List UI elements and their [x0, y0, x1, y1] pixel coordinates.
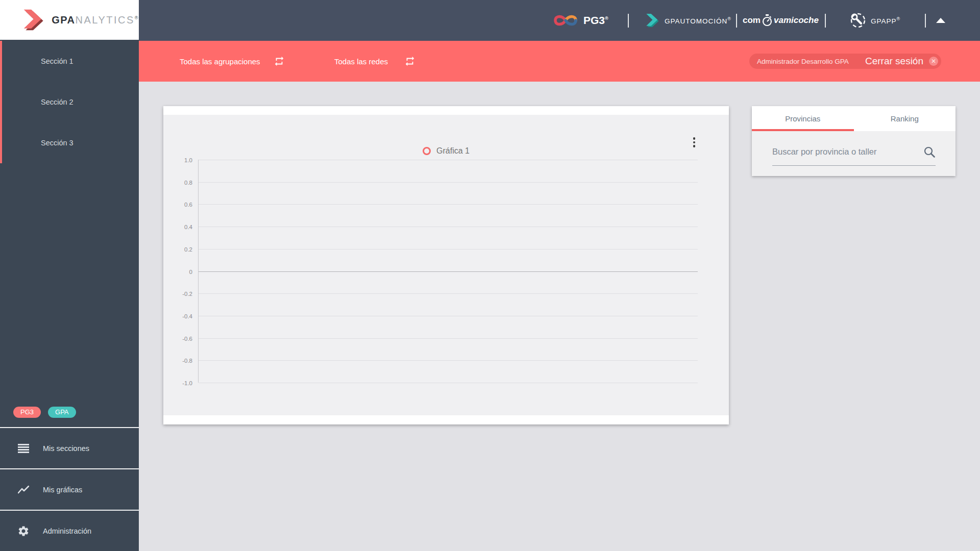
stopwatch-icon [762, 14, 773, 27]
gridline: 0.6 [199, 204, 698, 205]
gpapp-wrench-icon [849, 12, 867, 29]
swap-groupings-icon[interactable] [274, 56, 285, 67]
menu-item-label: Mis gráficas [43, 486, 82, 494]
gridline: -0.4 [199, 316, 698, 316]
sidebar-item-mis-graficas[interactable]: Mis gráficas [0, 468, 139, 510]
sidebar-item-seccion-1[interactable]: Sección 1 [0, 41, 139, 82]
sidebar-item-label: Sección 2 [41, 98, 74, 106]
sidebar-menu: Mis secciones Mis gráficas Administració… [0, 427, 139, 551]
tab-ranking[interactable]: Ranking [854, 106, 956, 131]
pg3-infinity-icon [552, 12, 579, 29]
comovamicoche-prefix: com [743, 15, 761, 26]
pg3-label: PG3® [583, 14, 608, 27]
close-session-icon[interactable]: ✕ [929, 57, 938, 66]
y-axis-tick-label: -0.2 [182, 291, 192, 297]
provinces-panel: Provincias Ranking [752, 106, 955, 176]
user-name-label: Administrador Desarrollo GPA [757, 58, 849, 65]
gridline: 0.4 [199, 227, 698, 227]
y-axis-tick-label: 0.4 [184, 224, 192, 230]
top-header-bar: PG3® GPAUTOMOCIÓN® com vamicoche GPAPP® [139, 0, 980, 41]
chart-legend[interactable]: Gráfica 1 [163, 144, 729, 158]
gear-icon [17, 525, 30, 537]
gridline: 0.2 [199, 249, 698, 249]
logout-button[interactable]: Cerrar sesión [865, 56, 923, 67]
gridline: 1.0 [199, 160, 698, 160]
sidebar-item-label: Sección 3 [41, 139, 74, 147]
gridline: 0.8 [199, 182, 698, 183]
comovamicoche-logo: com vamicoche [743, 0, 819, 41]
search-icon[interactable] [923, 146, 936, 158]
sidebar-item-seccion-2[interactable]: Sección 2 [0, 82, 139, 122]
sidebar-item-administracion[interactable]: Administración [0, 510, 139, 551]
topbar-divider [736, 14, 737, 28]
gpapp-logo: GPAPP® [849, 0, 900, 41]
badge-row: PG3 GPA [13, 407, 76, 418]
gridline: -0.2 [199, 293, 698, 294]
y-axis-tick-label: 0 [189, 269, 192, 275]
section-list: Sección 1 Sección 2 Sección 3 [0, 41, 139, 163]
gpautomocion-label: GPAUTOMOCIÓN® [665, 16, 731, 25]
gpapp-label: GPAPP® [871, 16, 900, 25]
topbar-divider [825, 14, 826, 28]
menu-item-label: Mis secciones [43, 444, 89, 453]
topbar-divider [925, 14, 926, 28]
gridline: -0.6 [199, 338, 698, 339]
filter-bar: Todas las agrupaciones Todas las redes A… [139, 41, 980, 82]
sidebar-item-label: Sección 1 [41, 57, 74, 65]
pg3-logo: PG3® [552, 0, 608, 41]
gpautomocion-logo: GPAUTOMOCIÓN® [645, 0, 731, 41]
gpa-badge[interactable]: GPA [48, 407, 76, 418]
collapse-header-button[interactable] [936, 0, 945, 41]
gpautomocion-arrow-icon [645, 14, 660, 27]
chevron-up-icon [936, 18, 945, 23]
app-logo: GPANALYTICS® [0, 0, 139, 40]
section-scroll-indicator [0, 41, 2, 163]
tab-provincias[interactable]: Provincias [752, 106, 854, 131]
panel-tabbar: Provincias Ranking [752, 106, 955, 131]
sidebar-item-mis-secciones[interactable]: Mis secciones [0, 427, 139, 468]
list-icon [17, 442, 30, 455]
comovamicoche-suffix: vamicoche [774, 15, 819, 26]
y-axis-tick-label: 0.6 [184, 202, 192, 208]
sidebar-item-seccion-3[interactable]: Sección 3 [0, 122, 139, 163]
gridline: -1.0 [199, 383, 698, 383]
y-axis-tick-label: 1.0 [184, 157, 192, 163]
pg3-badge[interactable]: PG3 [13, 407, 41, 418]
gpanalytics-logo-text: GPANALYTICS® [52, 14, 139, 26]
search-input[interactable] [772, 143, 923, 157]
chart-card: Gráfica 1 1.00.80.60.40.20-0.2-0.4-0.6-0… [163, 106, 729, 424]
swap-networks-icon[interactable] [404, 56, 415, 67]
chart-menu-button[interactable] [688, 136, 700, 149]
y-axis-tick-label: 0.2 [184, 246, 192, 253]
line-chart-icon [17, 484, 30, 496]
y-axis-tick-label: 0.8 [184, 180, 192, 186]
legend-label: Gráfica 1 [436, 146, 470, 156]
search-field-wrap [772, 143, 936, 166]
topbar-divider [628, 14, 629, 28]
networks-filter[interactable]: Todas las redes [334, 41, 388, 82]
groupings-filter[interactable]: Todas las agrupaciones [180, 41, 260, 82]
y-axis-tick-label: -1.0 [182, 380, 192, 386]
gridline: 0 [199, 271, 698, 272]
menu-item-label: Administración [43, 527, 91, 535]
legend-marker-icon [423, 147, 431, 155]
y-axis-tick-label: -0.8 [182, 358, 192, 364]
y-axis-tick-label: -0.6 [182, 336, 192, 342]
sidebar: Sección 1 Sección 2 Sección 3 PG3 GPA Mi… [0, 0, 139, 551]
gridline: -0.8 [199, 360, 698, 361]
chart-plot-area: 1.00.80.60.40.20-0.2-0.4-0.6-0.8-1.0 [198, 160, 697, 383]
user-session-chip: Administrador Desarrollo GPA Cerrar sesi… [749, 54, 941, 69]
y-axis-tick-label: -0.4 [182, 313, 192, 319]
gpanalytics-logo-icon [22, 9, 45, 31]
